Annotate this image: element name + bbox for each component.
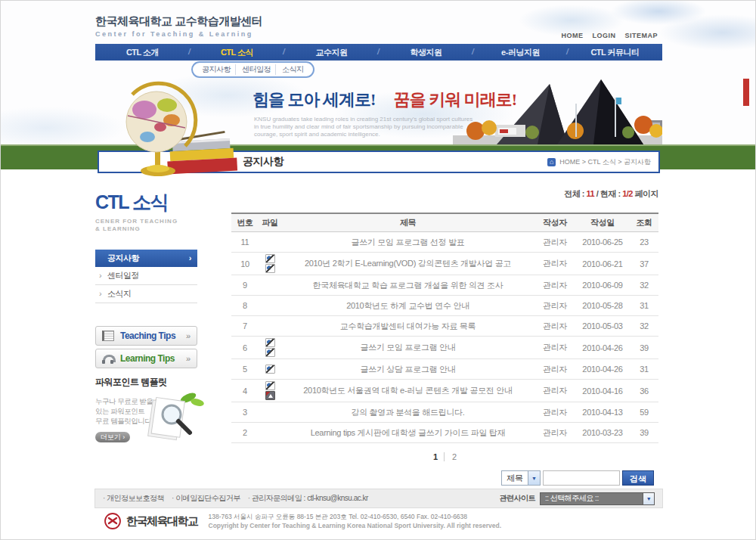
sidebar-menu-item[interactable]: 소식지 — [95, 285, 197, 303]
notice-table: 번호파일제목작성자작성일조회 11 글쓰기 모임 프로그램 선정 발표 관리자 … — [231, 213, 658, 443]
sub-nav: 공지사항센터일정소식지 — [191, 61, 314, 78]
ppt-section-title: 파워포인트 템플릿 — [95, 376, 197, 389]
post-views: 31 — [630, 296, 658, 316]
site-logo[interactable]: 한국체육대학교 교수학습개발센터 Center for Teaching & L… — [95, 14, 262, 38]
nav-item[interactable]: CTL 커뮤니티 — [568, 44, 662, 61]
utility-link[interactable]: LOGIN — [592, 32, 615, 39]
related-sites-select[interactable]: :: 선택해주세요 :: ▼ — [540, 492, 655, 505]
column-header[interactable]: 작성자 — [534, 213, 575, 232]
copyright-line: Copyright by Center for Teaching & Learn… — [209, 521, 502, 530]
table-row[interactable]: 11 글쓰기 모임 프로그램 선정 발표 관리자 2010-06-25 23 — [231, 232, 658, 253]
address-line: 138-763 서울시 송파구 오륜동 88-15 본관 203호 Tel. 0… — [209, 512, 502, 521]
sidebar-menu-item[interactable]: 센터일정 — [95, 267, 197, 285]
post-author: 관리자 — [534, 316, 575, 337]
page-link[interactable]: 1 — [432, 452, 439, 461]
post-title-link[interactable]: 2010학년도 하계 교수법 연수 안내 — [281, 296, 534, 316]
post-date: 2010-05-28 — [575, 296, 630, 316]
footer-bar: 개인정보보호정책이메일집단수집거부관리자문의메일 : ctl-knsu@knsu… — [94, 489, 663, 508]
nav-item[interactable]: CTL 소개 — [95, 44, 190, 61]
search-field-select[interactable]: 제목 ▼ — [501, 470, 541, 486]
footer-links: 개인정보보호정책이메일집단수집거부관리자문의메일 : ctl-knsu@knsu… — [103, 493, 376, 504]
utility-link[interactable]: HOME — [561, 32, 583, 39]
post-number: 2 — [231, 423, 259, 443]
hwp-file-icon — [265, 264, 275, 273]
hwp-file-icon — [265, 254, 275, 263]
learning-tips-button[interactable]: Learning Tips » — [95, 349, 197, 368]
related-sites-label: 관련사이트 — [500, 493, 536, 504]
footer-link[interactable]: 이메일집단수집거부 — [172, 493, 240, 504]
board-area: 전체 : 11 / 현재 : 1/2 페이지 번호파일제목작성자작성일조회 11… — [231, 188, 658, 486]
sidebar-menu-item[interactable]: 공지사항 — [95, 250, 197, 267]
table-row[interactable]: 3 강의 촬영과 분석을 해드립니다. 관리자 2010-04-13 59 — [231, 402, 658, 423]
headset-icon — [102, 353, 114, 364]
table-row[interactable]: 8 2010학년도 하계 교수법 연수 안내 관리자 2010-05-28 31 — [231, 296, 658, 316]
page-link[interactable]: 2 — [444, 452, 458, 461]
nav-item[interactable]: 학생지원 — [379, 44, 473, 61]
nav-item[interactable]: 교수지원 — [284, 44, 379, 61]
current-page: 1/2 — [622, 189, 633, 198]
subnav-item[interactable]: 소식지 — [275, 64, 304, 75]
column-header[interactable]: 조회 — [630, 213, 658, 232]
hwp-file-icon — [265, 365, 275, 374]
sidebar-subtitle: CENER FOR TEACHING & LEARNING — [95, 218, 178, 233]
post-date: 2010-04-26 — [575, 359, 630, 380]
sidebar-title: CTL 소식 — [95, 190, 197, 215]
teaching-tips-button[interactable]: Teaching Tips » — [95, 326, 197, 346]
post-files — [259, 423, 281, 443]
post-views: 37 — [630, 253, 658, 275]
address-block: 138-763 서울시 송파구 오륜동 88-15 본관 203호 Tel. 0… — [209, 512, 502, 530]
related-sites-value: :: 선택해주세요 :: — [545, 493, 599, 504]
post-author: 관리자 — [534, 232, 575, 253]
column-header[interactable]: 파일 — [259, 213, 281, 232]
table-row[interactable]: 2 Learning tips 게시판에 대학생 글쓰기 가이드 파일 탑재 관… — [231, 423, 658, 443]
pdf-file-icon — [265, 391, 275, 400]
table-row[interactable]: 4 2010학년도 서울권역 대학 e-러닝 콘텐츠 개발 공모전 안내 관리자… — [231, 380, 658, 402]
search-button[interactable]: 검색 — [622, 470, 654, 486]
post-date: 2010-05-03 — [575, 316, 630, 337]
post-date: 2010-03-23 — [575, 423, 630, 443]
post-title-link[interactable]: 2010학년도 서울권역 대학 e-러닝 콘텐츠 개발 공모전 안내 — [281, 380, 534, 402]
banner-description-line: in true humility and clear mind of fair … — [254, 123, 472, 131]
column-header[interactable]: 작성일 — [575, 213, 630, 232]
search-input[interactable] — [543, 470, 620, 486]
post-number: 3 — [231, 402, 259, 423]
post-date: 2010-04-26 — [575, 337, 630, 359]
post-title-link[interactable]: 강의 촬영과 분석을 해드립니다. — [281, 402, 534, 423]
column-header[interactable]: 번호 — [231, 213, 259, 232]
table-row[interactable]: 10 2010년 2학기 E-Learning(VOD) 강의콘텐츠 개발사업 … — [231, 253, 658, 275]
nav-item[interactable]: CTL 소식 — [190, 44, 284, 61]
chevron-right-icon: » — [186, 331, 191, 340]
post-files — [259, 232, 281, 253]
post-title-link[interactable]: 한국체육대학교 학습 프로그램 개설을 위한 의견 조사 — [281, 275, 534, 296]
footer-link[interactable]: 관리자문의메일 : ctl-knsu@knsu.ac.kr — [248, 493, 368, 504]
nav-item[interactable]: e-러닝지원 — [473, 44, 568, 61]
utility-link[interactable]: SITEMAP — [624, 32, 658, 39]
more-button[interactable]: 더보기 › — [95, 432, 130, 442]
post-number: 9 — [231, 275, 259, 296]
post-title-link[interactable]: Learning tips 게시판에 대학생 글쓰기 가이드 파일 탑재 — [281, 423, 534, 443]
post-title-link[interactable]: 2010년 2학기 E-Learning(VOD) 강의콘텐츠 개발사업 공고 — [281, 253, 534, 275]
column-header[interactable]: 제목 — [281, 213, 534, 232]
logo-subtitle: Center for Teaching & Learning — [95, 30, 262, 38]
tip-buttons: Teaching Tips » Learning Tips » — [95, 326, 197, 368]
post-files — [259, 316, 281, 337]
post-author: 관리자 — [534, 423, 575, 443]
post-title-link[interactable]: 글쓰기 모임 프로그램 선정 발표 — [281, 232, 534, 253]
breadcrumb-text: HOME > CTL 소식 > 공지사항 — [559, 157, 651, 167]
post-title-link[interactable]: 글쓰기 모임 프로그램 안내 — [281, 337, 534, 359]
hwp-file-icon — [265, 338, 275, 347]
table-row[interactable]: 9 한국체육대학교 학습 프로그램 개설을 위한 의견 조사 관리자 2010-… — [231, 275, 658, 296]
post-author: 관리자 — [534, 359, 575, 380]
subnav-item[interactable]: 공지사항 — [202, 64, 231, 75]
home-icon[interactable]: ⌂ — [547, 158, 556, 166]
slogan-blue: 힘을 모아 세계로! — [253, 90, 375, 109]
subnav-item[interactable]: 센터일정 — [235, 64, 271, 75]
footer-link[interactable]: 개인정보보호정책 — [103, 493, 164, 504]
post-number: 11 — [231, 232, 259, 253]
table-row[interactable]: 7 교수학습개발센터 대여가능 자료 목록 관리자 2010-05-03 32 — [231, 316, 658, 337]
post-title-link[interactable]: 교수학습개발센터 대여가능 자료 목록 — [281, 316, 534, 337]
post-views: 39 — [630, 337, 658, 359]
table-row[interactable]: 5 글쓰기 상담 프로그램 안내 관리자 2010-04-26 31 — [231, 359, 658, 380]
table-row[interactable]: 6 글쓰기 모임 프로그램 안내 관리자 2010-04-26 39 — [231, 337, 658, 359]
post-title-link[interactable]: 글쓰기 상담 프로그램 안내 — [281, 359, 534, 380]
